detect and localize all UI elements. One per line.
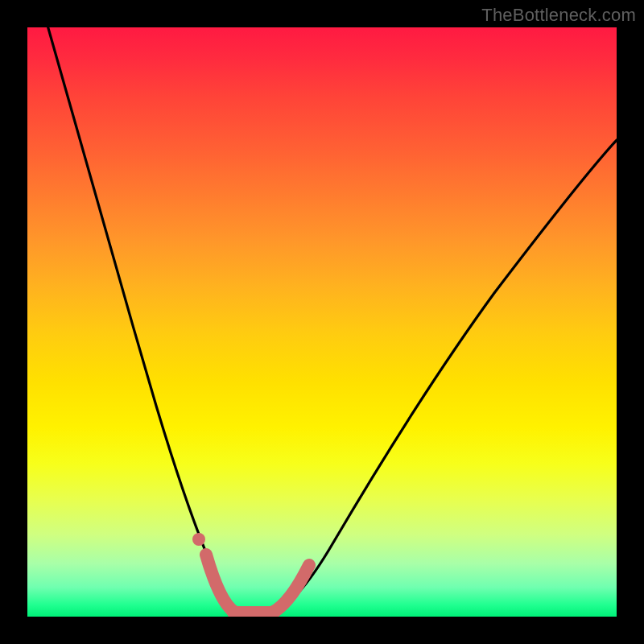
bottleneck-curve (43, 27, 617, 613)
min-highlight-right (272, 565, 309, 613)
chart-frame: TheBottleneck.com (0, 0, 644, 644)
min-highlight-left (206, 555, 235, 613)
watermark-text: TheBottleneck.com (481, 5, 636, 26)
curve-layer (27, 27, 617, 617)
plot-area (27, 27, 617, 617)
min-dot (192, 533, 205, 546)
